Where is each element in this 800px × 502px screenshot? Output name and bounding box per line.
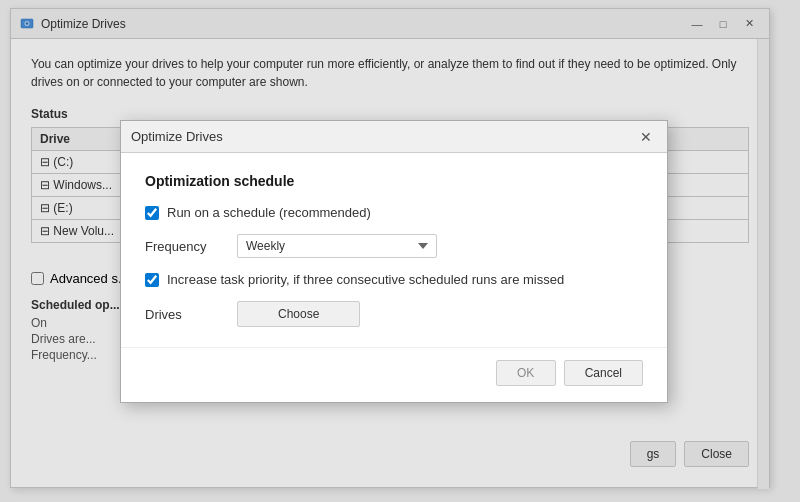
drives-row-label: Drives xyxy=(145,307,225,322)
schedule-checkbox-label: Run on a schedule (recommended) xyxy=(167,205,371,220)
priority-checkbox-row: Increase task priority, if three consecu… xyxy=(145,272,643,287)
schedule-checkbox[interactable] xyxy=(145,206,159,220)
dialog-close-button[interactable]: ✕ xyxy=(635,127,657,147)
dialog-section-title: Optimization schedule xyxy=(145,173,643,189)
priority-checkbox[interactable] xyxy=(145,273,159,287)
schedule-checkbox-row: Run on a schedule (recommended) xyxy=(145,205,643,220)
cancel-button[interactable]: Cancel xyxy=(564,360,643,386)
ok-button[interactable]: OK xyxy=(496,360,556,386)
choose-button[interactable]: Choose xyxy=(237,301,360,327)
frequency-label: Frequency xyxy=(145,239,225,254)
frequency-select[interactable]: Weekly Daily Monthly xyxy=(237,234,437,258)
frequency-row: Frequency Weekly Daily Monthly xyxy=(145,234,643,258)
optimize-drives-dialog: Optimize Drives ✕ Optimization schedule … xyxy=(120,120,668,403)
dialog-title: Optimize Drives xyxy=(131,129,223,144)
dialog-footer: OK Cancel xyxy=(121,347,667,402)
drives-row: Drives Choose xyxy=(145,301,643,327)
priority-checkbox-label: Increase task priority, if three consecu… xyxy=(167,272,564,287)
dialog-title-bar: Optimize Drives ✕ xyxy=(121,121,667,153)
dialog-body: Optimization schedule Run on a schedule … xyxy=(121,153,667,347)
